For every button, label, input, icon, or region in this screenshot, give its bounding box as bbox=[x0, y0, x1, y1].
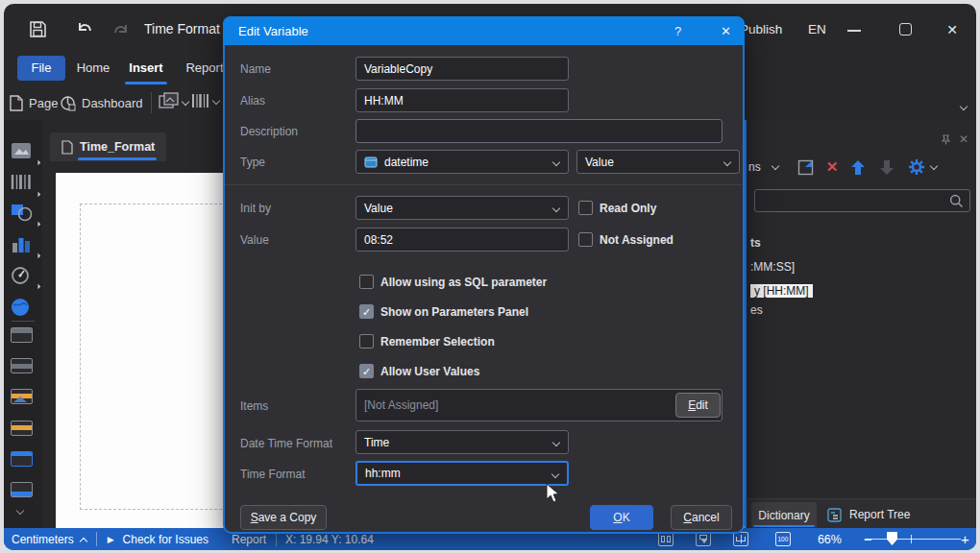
time-format-dropdown[interactable]: hh:mm bbox=[355, 461, 569, 486]
zoom-100-icon[interactable]: 100 bbox=[775, 532, 791, 546]
band-tool-1[interactable] bbox=[11, 327, 36, 349]
facing-pages-view-icon[interactable] bbox=[658, 532, 674, 546]
dialog-close-button[interactable]: ✕ bbox=[721, 24, 731, 38]
read-only-checkbox[interactable] bbox=[578, 201, 593, 215]
barcode-dropdown-button[interactable] bbox=[191, 92, 219, 109]
not-assigned-checkbox[interactable] bbox=[578, 232, 593, 247]
chevron-down-icon bbox=[212, 97, 220, 105]
menu-home[interactable]: Home bbox=[69, 56, 117, 81]
delete-icon[interactable]: ✕ bbox=[826, 158, 839, 176]
remember-selection-checkbox[interactable] bbox=[359, 334, 374, 349]
search-input[interactable] bbox=[761, 192, 943, 209]
move-down-icon[interactable] bbox=[879, 159, 894, 176]
new-item-icon[interactable] bbox=[797, 159, 814, 176]
save-icon[interactable] bbox=[29, 20, 47, 38]
dialog-help-button[interactable]: ? bbox=[674, 24, 681, 38]
barcode-icon bbox=[191, 92, 210, 109]
chevron-down-icon[interactable] bbox=[930, 162, 938, 170]
tree-item[interactable]: :MM:SS] bbox=[750, 260, 795, 274]
description-field[interactable] bbox=[355, 119, 723, 143]
actions-dropdown[interactable]: ns bbox=[748, 160, 761, 174]
value-field[interactable] bbox=[355, 228, 569, 252]
cancel-button[interactable]: Cancel bbox=[671, 505, 732, 530]
units-dropdown[interactable]: Centimeters bbox=[12, 533, 86, 546]
cursor-coordinates: X: 19.94 Y: 10.64 bbox=[285, 533, 374, 546]
band-tool-3[interactable] bbox=[11, 389, 36, 410]
date-time-format-dropdown[interactable]: Time bbox=[355, 430, 569, 454]
search-icon[interactable] bbox=[949, 194, 964, 208]
map-tool-button[interactable] bbox=[11, 298, 36, 319]
type-label: Type bbox=[240, 156, 265, 169]
items-field[interactable]: [Not Assigned] bbox=[355, 389, 723, 421]
window-title: Time Format - bbox=[144, 21, 228, 36]
shapes-tool-button[interactable] bbox=[11, 204, 36, 225]
items-edit-button[interactable]: Edit bbox=[675, 393, 721, 418]
zoom-slider-track[interactable] bbox=[865, 539, 961, 540]
band-tool-2[interactable] bbox=[11, 358, 36, 379]
dictionary-search bbox=[754, 189, 970, 212]
dialog-divider bbox=[225, 184, 743, 185]
zoom-in-button[interactable]: + bbox=[961, 531, 969, 547]
band-tool-4[interactable] bbox=[11, 421, 36, 442]
new-dashboard-button[interactable]: Dashboard bbox=[60, 90, 143, 115]
dialog-title: Edit Variable bbox=[238, 24, 308, 38]
close-window-button[interactable]: ✕ bbox=[944, 22, 960, 37]
close-panel-icon[interactable]: ✕ bbox=[959, 132, 968, 146]
redo-icon[interactable] bbox=[111, 21, 131, 40]
type-kind-dropdown[interactable]: Value bbox=[576, 150, 740, 174]
move-up-icon[interactable] bbox=[850, 159, 866, 176]
band-tool-5[interactable] bbox=[11, 451, 36, 472]
ok-button[interactable]: OK bbox=[590, 505, 653, 530]
init-by-dropdown[interactable]: Value bbox=[355, 196, 569, 220]
continuous-view-icon[interactable] bbox=[696, 532, 711, 546]
tab-active-underline bbox=[78, 157, 157, 160]
statusbar-separator bbox=[96, 532, 97, 546]
alias-field[interactable] bbox=[355, 88, 569, 112]
dialog-title-bar[interactable]: Edit Variable ? ✕ bbox=[223, 16, 745, 45]
new-page-button[interactable]: Page bbox=[10, 90, 58, 115]
tree-item-selected[interactable]: y [HH:MM] bbox=[750, 284, 813, 298]
chevron-down-icon[interactable] bbox=[771, 162, 778, 170]
zoom-slider-handle[interactable] bbox=[887, 532, 897, 545]
not-assigned-label: Not Assigned bbox=[600, 233, 674, 247]
check-for-issues-button[interactable]: ▶ Check for Issues bbox=[108, 533, 208, 546]
publish-button[interactable]: Publish bbox=[740, 22, 782, 36]
datetime-type-icon bbox=[364, 156, 378, 168]
allow-sql-parameter-label: Allow using as SQL parameter bbox=[380, 276, 547, 289]
name-field[interactable] bbox=[355, 57, 569, 81]
tab-dictionary[interactable]: Dictionary bbox=[751, 502, 817, 527]
report-status-button[interactable]: Report bbox=[232, 533, 266, 546]
gauge-tool-button[interactable] bbox=[11, 266, 36, 287]
pin-panel-icon[interactable] bbox=[941, 134, 951, 145]
language-selector[interactable]: EN bbox=[808, 22, 826, 36]
save-a-copy-button[interactable]: Save a Copy bbox=[240, 505, 327, 530]
menu-file[interactable]: File bbox=[17, 56, 65, 81]
show-on-parameters-panel-checkbox[interactable]: ✓ bbox=[359, 304, 374, 319]
book-view-icon[interactable] bbox=[733, 532, 748, 546]
tree-item[interactable]: ts bbox=[750, 236, 761, 250]
document-tab[interactable]: Time_Format bbox=[50, 132, 166, 161]
barcode-tool-button[interactable] bbox=[11, 174, 36, 195]
allow-sql-parameter-checkbox[interactable] bbox=[359, 275, 374, 289]
tree-item[interactable]: es bbox=[750, 303, 763, 317]
type-dropdown[interactable]: datetime bbox=[355, 150, 569, 174]
collapse-ribbon-chevron[interactable] bbox=[960, 103, 968, 110]
maximize-button[interactable] bbox=[899, 23, 912, 36]
page-icon bbox=[61, 140, 73, 155]
undo-icon[interactable] bbox=[75, 19, 94, 38]
report-tree-icon bbox=[827, 508, 842, 522]
band-tool-6[interactable] bbox=[11, 482, 36, 503]
zoom-slider-tick bbox=[911, 535, 912, 543]
allow-user-values-checkbox[interactable]: ✓ bbox=[359, 364, 374, 378]
tab-report-tree[interactable]: Report Tree bbox=[827, 502, 910, 527]
toolbox-more-chevron[interactable] bbox=[16, 507, 24, 515]
chart-tool-button[interactable] bbox=[11, 235, 36, 256]
document-tab-label: Time_Format bbox=[80, 140, 155, 154]
minimize-button[interactable] bbox=[847, 30, 861, 32]
allow-user-values-label: Allow User Values bbox=[380, 365, 479, 378]
dictionary-panel: ✕ ns ✕ bbox=[745, 120, 976, 528]
component-dropdown-button[interactable] bbox=[159, 92, 188, 111]
image-tool-button[interactable] bbox=[11, 142, 36, 163]
menu-insert[interactable]: Insert bbox=[123, 56, 169, 81]
settings-gear-icon[interactable] bbox=[908, 158, 925, 176]
